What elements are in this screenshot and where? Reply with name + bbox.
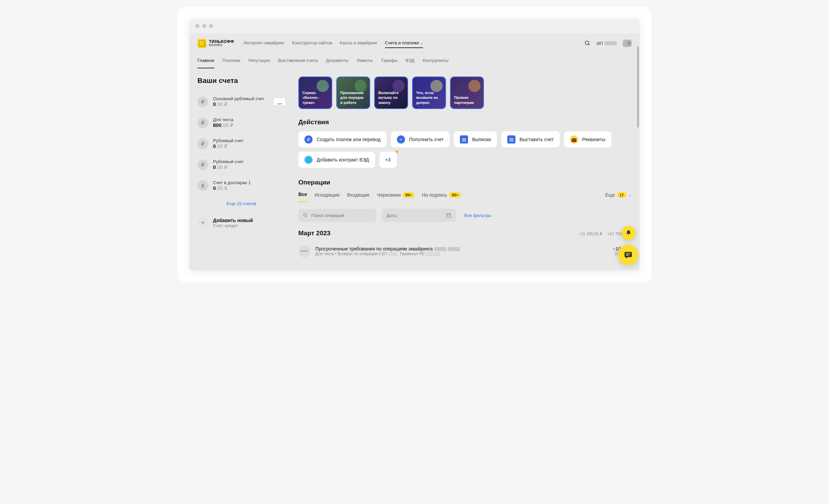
svg-point-2 — [304, 214, 306, 216]
calendar-icon — [446, 213, 451, 218]
account-balance: 0,00 ₽ — [213, 164, 285, 170]
story-label: Премии партнерам — [454, 95, 480, 105]
story-card[interactable]: Премии партнерам — [450, 76, 484, 109]
story-card[interactable]: Что, если вызвали на допрос — [412, 76, 446, 109]
sub-tab[interactable]: Репутация — [248, 58, 270, 68]
sub-tab[interactable]: Главное — [197, 58, 214, 68]
count-badge: 99+ — [449, 192, 461, 198]
add-account-title: Добавить новый — [213, 218, 253, 223]
window-controls — [189, 19, 640, 34]
main-nav-item[interactable]: Счета и платежи⌄ — [385, 38, 423, 48]
more-accounts-link[interactable]: Еще 15 счетов — [197, 196, 285, 212]
add-account-subtitle: Счет, кредит — [213, 223, 253, 228]
account-name: Рублевый счет — [213, 159, 285, 164]
main-nav-item[interactable]: Конструктор сайтов — [292, 38, 332, 48]
chat-icon — [624, 250, 633, 259]
plus-icon: + — [197, 217, 208, 228]
sub-tab[interactable]: ВЭД — [406, 58, 414, 68]
sub-tab[interactable]: Выставление счета — [278, 58, 318, 68]
account-name: Счет в долларах 1 — [213, 180, 285, 185]
action-more-button[interactable]: +3 — [379, 152, 397, 168]
actions-title: Действия — [298, 118, 632, 126]
main-nav-item[interactable]: Кассы и эквайринг — [340, 38, 378, 48]
chevron-down-icon: ⌄ — [629, 193, 632, 197]
account-row[interactable]: ₽ Основной рублевый счет 0,00 ₽ МИР — [197, 91, 285, 112]
account-row[interactable]: ₽ Рублевый счет 0,00 ₽ — [197, 154, 285, 175]
account-balance: 0,00 ₽ — [213, 101, 269, 107]
sub-tab[interactable]: Тарифы — [381, 58, 398, 68]
currency-icon: ₽ — [197, 138, 208, 149]
operation-row[interactable]: ••• Просроченные требования по операциям… — [298, 242, 632, 261]
account-row[interactable]: $ Счет в долларах 1 0,00 $ — [197, 175, 285, 196]
action-icon: + — [397, 135, 405, 144]
story-card[interactable]: Включайте музыку по закону — [374, 76, 408, 109]
action-button[interactable]: 💼Реквизиты — [564, 131, 612, 148]
story-card[interactable]: Сервис «Бизнес-треки» — [298, 76, 332, 109]
operation-title: Просроченные требования по операциям экв… — [315, 246, 608, 251]
search-icon[interactable] — [584, 40, 591, 46]
action-icon: ₽ — [304, 135, 313, 144]
operations-filter-tab[interactable]: Входящие — [347, 192, 369, 202]
action-icon: ▤ — [507, 135, 515, 144]
action-button[interactable]: ₽Создать платеж или перевод — [298, 131, 387, 148]
sub-tab[interactable]: Платежи — [222, 58, 240, 68]
sub-tab[interactable]: Документы — [326, 58, 348, 68]
action-icon: ▤ — [460, 135, 468, 144]
operation-icon: ••• — [298, 245, 311, 257]
action-label: Реквизиты — [582, 137, 605, 142]
operations-filter-tab[interactable]: На подпись99+ — [422, 192, 461, 202]
currency-icon: ₽ — [197, 117, 208, 128]
logo-subtitle: БИЗНЕС — [209, 44, 234, 47]
window-dot — [202, 24, 206, 28]
operations-search-input[interactable]: Поиск операций — [298, 209, 376, 222]
logo[interactable]: ТИНЬКОФФ БИЗНЕС — [197, 39, 234, 48]
action-label: Создать платеж или перевод — [317, 137, 381, 142]
currency-icon: ₽ — [197, 159, 208, 170]
action-button[interactable]: ▤Выставить счет — [501, 131, 560, 148]
sub-tab[interactable]: Лимиты — [357, 58, 373, 68]
svg-line-3 — [306, 216, 307, 217]
action-icon: 💼 — [570, 135, 578, 144]
story-card[interactable]: Приложения для порядка в работе — [336, 76, 370, 109]
scrollbar[interactable] — [637, 46, 639, 128]
account-row[interactable]: ₽ Для теста 800,09 ₽ — [197, 112, 285, 133]
action-label: Пополнить счет — [409, 137, 444, 142]
action-label: Выставить счет — [519, 137, 554, 142]
account-balance: 0,00 $ — [213, 185, 285, 191]
main-nav-item[interactable]: Интернет-эквайринг — [243, 38, 284, 48]
story-label: Приложения для порядка в работе — [340, 90, 366, 105]
sub-tab[interactable]: Контрагенты — [423, 58, 449, 68]
svg-line-1 — [588, 44, 590, 45]
all-filters-link[interactable]: Все фильтры — [464, 213, 491, 218]
svg-rect-9 — [626, 255, 629, 256]
add-account-button[interactable]: + Добавить новый Счет, кредит — [197, 212, 285, 234]
operations-filter-tab[interactable]: Все — [298, 192, 307, 202]
month-label: Март 2023 — [298, 229, 331, 237]
action-label: Выписки — [472, 137, 491, 142]
notifications-button[interactable] — [621, 226, 636, 240]
account-balance: 800,09 ₽ — [213, 122, 285, 128]
operations-filter-more[interactable]: Еще17⌄ — [605, 192, 632, 202]
chat-button[interactable] — [618, 245, 638, 265]
operation-subtitle: Для теста • Возврат по операции СБП ░░░.… — [315, 251, 608, 256]
action-label: Добавить контракт ВЭД — [317, 157, 369, 162]
svg-point-0 — [585, 41, 589, 45]
currency-icon: $ — [197, 180, 208, 191]
svg-rect-8 — [626, 254, 631, 254]
action-button[interactable]: ▤Выписки — [454, 131, 497, 148]
chevron-down-icon: ⌄ — [420, 41, 423, 45]
action-button[interactable]: 🌐Добавить контракт ВЭД — [298, 152, 375, 168]
operations-filter-tab[interactable]: Исходящие — [315, 192, 340, 202]
account-name: Рублевый счет — [213, 138, 285, 143]
wallet-icon[interactable] — [623, 40, 632, 47]
search-icon — [303, 213, 308, 218]
operations-filter-tab[interactable]: Черновики99+ — [377, 192, 414, 202]
action-button[interactable]: +Пополнить счет — [391, 131, 450, 148]
user-label[interactable]: ИП — [597, 40, 617, 46]
operations-date-input[interactable]: Даты — [382, 209, 456, 222]
browser-window: ТИНЬКОФФ БИЗНЕС Интернет-эквайрингКонстр… — [189, 19, 640, 270]
month-outflow: −21 165,81 ₽ — [578, 232, 603, 236]
window-dot — [195, 24, 199, 28]
account-row[interactable]: ₽ Рублевый счет 0,00 ₽ — [197, 133, 285, 154]
logo-icon — [197, 39, 206, 48]
